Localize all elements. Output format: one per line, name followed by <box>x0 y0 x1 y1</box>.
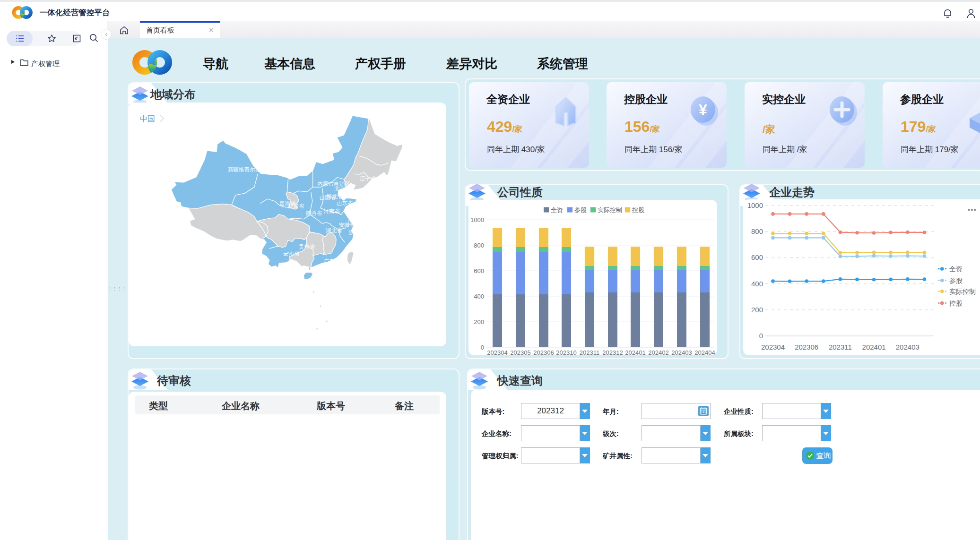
svg-text:山东省: 山东省 <box>337 200 353 206</box>
svg-text:海南省: 海南省 <box>312 271 329 276</box>
svg-text:0: 0 <box>759 332 763 340</box>
svg-text:广东省: 广东省 <box>324 258 340 264</box>
svg-text:陕西省: 陕西省 <box>306 210 322 216</box>
svg-text:辽宁省: 辽宁省 <box>360 176 376 181</box>
svg-text:控股: 控股 <box>949 300 963 307</box>
svg-text:202402: 202402 <box>648 349 668 355</box>
svg-text:福建省: 福建省 <box>345 247 362 252</box>
svg-text:200: 200 <box>474 318 484 326</box>
svg-text:¥: ¥ <box>699 101 707 118</box>
svg-text:202403: 202403 <box>896 343 919 351</box>
svg-text:202305: 202305 <box>510 349 530 355</box>
svg-text:800: 800 <box>474 242 484 249</box>
svg-text:河南省: 河南省 <box>323 208 340 214</box>
svg-text:浙江省: 浙江省 <box>348 230 365 235</box>
svg-text:200: 200 <box>751 306 763 314</box>
svg-text:202404: 202404 <box>694 349 715 355</box>
svg-text:600: 600 <box>474 267 484 274</box>
svg-text:湖北省: 湖北省 <box>326 228 342 233</box>
svg-text:202311: 202311 <box>580 349 599 355</box>
svg-text:全资: 全资 <box>949 265 963 273</box>
svg-text:控股: 控股 <box>632 206 644 214</box>
svg-text:实际控制: 实际控制 <box>598 206 622 214</box>
svg-text:河北省: 河北省 <box>326 194 343 199</box>
svg-text:贵州省: 贵州省 <box>299 244 315 250</box>
svg-text:202312: 202312 <box>602 349 623 355</box>
svg-text:202401: 202401 <box>625 349 645 355</box>
svg-text:202304: 202304 <box>761 343 785 351</box>
svg-text:新疆维吾尔自治区: 新疆维吾尔自治区 <box>228 167 272 172</box>
svg-text:1000: 1000 <box>747 201 763 209</box>
svg-text:云南省: 云南省 <box>283 251 300 257</box>
svg-text:800: 800 <box>751 227 763 235</box>
svg-text:202310: 202310 <box>556 349 576 355</box>
svg-text:参股: 参股 <box>574 206 587 214</box>
svg-text:甘肃省: 甘肃省 <box>288 203 304 209</box>
svg-text:1000: 1000 <box>470 216 484 223</box>
svg-text:202311: 202311 <box>829 343 852 351</box>
svg-text:202403: 202403 <box>671 349 692 355</box>
svg-text:参股: 参股 <box>949 277 963 284</box>
svg-text:202306: 202306 <box>795 343 818 351</box>
svg-text:400: 400 <box>751 280 763 288</box>
svg-text:600: 600 <box>751 253 763 261</box>
svg-text:实际控制: 实际控制 <box>949 288 976 295</box>
svg-text:0: 0 <box>481 344 484 351</box>
svg-text:400: 400 <box>474 293 484 300</box>
svg-text:202304: 202304 <box>487 349 507 355</box>
svg-text:202306: 202306 <box>533 349 554 355</box>
svg-text:202401: 202401 <box>862 343 886 351</box>
svg-text:全资: 全资 <box>551 206 563 214</box>
